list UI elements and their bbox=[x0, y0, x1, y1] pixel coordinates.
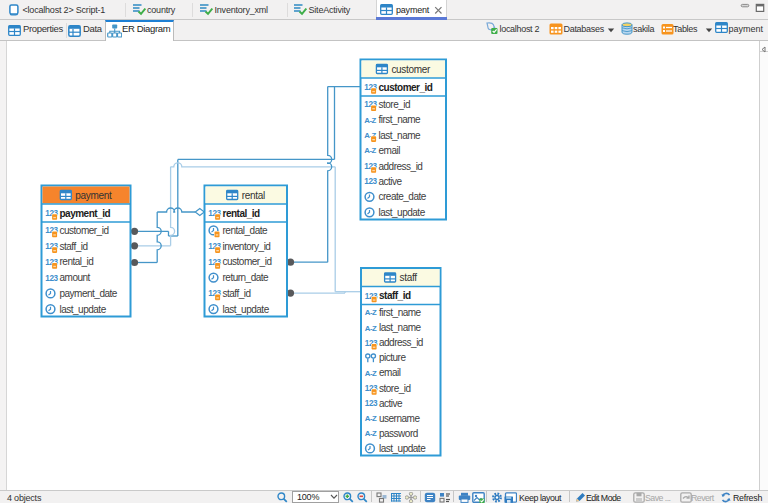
svg-text:staff: staff bbox=[400, 272, 418, 283]
svg-text:customer_id: customer_id bbox=[379, 82, 433, 93]
svg-text:A-Z: A-Z bbox=[364, 146, 376, 155]
svg-text:create_date: create_date bbox=[379, 191, 427, 202]
svg-text:rental_id: rental_id bbox=[223, 208, 261, 219]
svg-text:first_name: first_name bbox=[379, 114, 422, 125]
svg-text:123: 123 bbox=[365, 399, 378, 408]
svg-text:password: password bbox=[379, 428, 418, 439]
svg-text:store_id: store_id bbox=[379, 383, 411, 394]
svg-text:123: 123 bbox=[45, 274, 58, 283]
svg-text:last_name: last_name bbox=[379, 322, 422, 333]
svg-text:customer: customer bbox=[391, 64, 431, 75]
svg-text:first_name: first_name bbox=[379, 307, 422, 318]
svg-text:email: email bbox=[379, 145, 401, 156]
svg-text:payment: payment bbox=[75, 190, 112, 201]
svg-text:username: username bbox=[379, 413, 420, 424]
svg-text:payment_id: payment_id bbox=[60, 208, 111, 219]
svg-text:last_update: last_update bbox=[60, 304, 107, 315]
svg-text:amount: amount bbox=[60, 272, 91, 283]
svg-text:active: active bbox=[379, 398, 403, 409]
svg-text:customer_id: customer_id bbox=[223, 256, 272, 267]
svg-text:123: 123 bbox=[364, 177, 377, 186]
svg-text:A-Z: A-Z bbox=[365, 324, 377, 333]
svg-text:rental: rental bbox=[242, 190, 265, 201]
svg-text:customer_id: customer_id bbox=[60, 225, 109, 236]
svg-text:address_id: address_id bbox=[379, 161, 423, 172]
svg-text:last_update: last_update bbox=[223, 304, 270, 315]
svg-text:last_name: last_name bbox=[379, 130, 422, 141]
svg-text:email: email bbox=[379, 367, 401, 378]
svg-text:A-Z: A-Z bbox=[364, 116, 376, 125]
svg-text:A-Z: A-Z bbox=[365, 369, 377, 378]
svg-text:active: active bbox=[379, 176, 403, 187]
svg-text:store_id: store_id bbox=[379, 99, 411, 110]
svg-text:payment_date: payment_date bbox=[60, 288, 118, 299]
svg-text:last_update: last_update bbox=[379, 443, 426, 454]
svg-text:staff_id: staff_id bbox=[379, 290, 411, 301]
svg-text:last_update: last_update bbox=[379, 207, 426, 218]
svg-text:inventory_id: inventory_id bbox=[223, 241, 271, 252]
svg-text:staff_id: staff_id bbox=[223, 288, 251, 299]
svg-text:rental_date: rental_date bbox=[223, 225, 268, 236]
svg-text:picture: picture bbox=[379, 352, 406, 363]
svg-text:staff_id: staff_id bbox=[60, 241, 88, 252]
svg-text:return_date: return_date bbox=[223, 272, 270, 283]
svg-text:A-Z: A-Z bbox=[365, 414, 377, 423]
svg-text:address_id: address_id bbox=[379, 337, 423, 348]
svg-text:A-Z: A-Z bbox=[365, 429, 377, 438]
svg-text:rental_id: rental_id bbox=[60, 256, 94, 267]
svg-text:A-Z: A-Z bbox=[365, 308, 377, 317]
